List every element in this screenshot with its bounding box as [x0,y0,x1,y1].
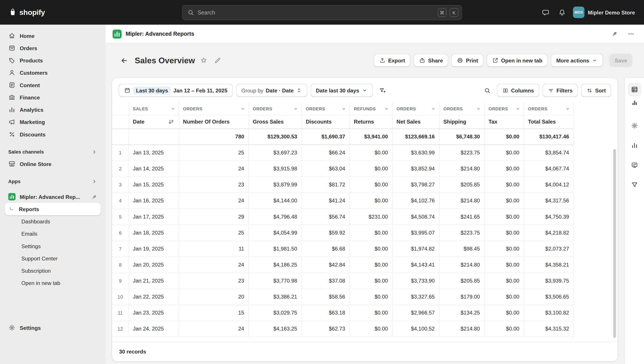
table-row[interactable]: 4Jan 16, 202524$4,144.00$41.24$0.00$4,10… [112,192,618,208]
value-cell: $214.80 [439,192,484,208]
sidebar-item-products[interactable]: Products [5,54,101,66]
add-filter-icon[interactable] [376,84,389,97]
chevron-down-icon [515,106,520,111]
more-options-icon[interactable] [625,28,637,40]
value-cell: $3,879.99 [248,176,302,192]
table-row[interactable]: 9Jan 21, 202523$3,770.98$37.08$0.00$3,73… [112,273,618,289]
date-range-button[interactable]: Last 30 days Jan 12 – Feb 11, 2025 [119,84,233,97]
column-group-orders[interactable]: ORDERS [392,103,439,115]
value-cell: $3,697.23 [248,144,302,160]
sidebar-item-open-in-new-tab[interactable]: Open in new tab [5,277,101,289]
column-header-net-sales[interactable]: Net Sales [392,115,439,128]
value-cell: 24 [179,257,248,273]
export-button[interactable]: Export [374,54,410,67]
bar-chart-icon[interactable] [628,139,641,152]
filler-cell [574,241,618,257]
column-header-number-of-orders[interactable]: Number Of Orders [179,115,248,128]
table-row[interactable]: 1Jan 13, 202525$3,697.23$66.24$0.00$3,63… [112,144,618,160]
table-row[interactable]: 10Jan 22, 202520$3,386.21$58.56$0.00$3,3… [112,289,618,305]
vertical-scrollbar[interactable] [613,149,616,338]
report-workspace: Sales Overview Export Share Print [106,44,644,364]
table-search-icon[interactable] [480,84,494,97]
sidebar-item-finance[interactable]: Finance [5,91,101,103]
store-menu[interactable]: MDS Mipler Demo Store [571,5,638,19]
presentation-icon[interactable] [628,158,641,172]
table-row[interactable]: 2Jan 14, 202524$3,915.98$63.04$0.00$3,85… [112,160,618,176]
column-group-refunds[interactable]: REFUNDS [350,103,392,115]
sidebar-item-support-center[interactable]: Support Center [5,252,101,264]
column-group-sales[interactable]: SALES [128,103,179,115]
column-header-total-sales[interactable]: Total Sales [524,115,574,128]
value-cell: $42.84 [302,257,350,273]
pin-icon[interactable] [609,28,620,40]
column-header-date[interactable]: Date [128,115,179,128]
sidebar-item-dashboards[interactable]: Dashboards [5,215,101,228]
column-group-orders[interactable]: ORDERS [524,103,574,115]
sidebar-item-app-settings[interactable]: Settings [5,240,101,252]
sidebar-item-customers[interactable]: Customers [5,66,101,79]
column-header-gross-sales[interactable]: Gross Sales [248,115,302,128]
back-arrow-icon[interactable] [118,54,130,66]
value-cell: $0.00 [484,176,524,192]
table-row[interactable]: 8Jan 20, 202524$4,186.25$42.84$0.00$4,14… [112,257,618,273]
app-bar: Mipler: Advanced Reports [106,25,644,44]
sidebar-item-emails[interactable]: Emails [5,228,101,240]
columns-button[interactable]: Columns [497,84,539,97]
chart-view-icon[interactable] [628,96,641,109]
sidebar-item-discounts[interactable]: Discounts [5,128,101,140]
table-row[interactable]: 11Jan 23, 202515$3,029.75$63.18$0.00$2,9… [112,305,618,321]
share-button[interactable]: Share [414,54,448,67]
sales-channels-header[interactable]: Sales channels [5,146,101,158]
column-group-orders[interactable]: ORDERS [179,103,248,115]
table-row[interactable]: 6Jan 18, 202525$4,054.99$59.92$0.00$3,99… [112,225,618,241]
sidebar-item-online-store[interactable]: Online Store [5,158,101,170]
column-group-orders[interactable]: ORDERS [439,103,484,115]
column-header-discounts[interactable]: Discounts [302,115,350,128]
sidebar-item-analytics[interactable]: Analytics [5,104,101,116]
sidebar-item-marketing[interactable]: Marketing [5,116,101,128]
sort-button[interactable]: Sort [581,84,611,97]
settings-icon[interactable] [628,119,641,132]
table-view-icon[interactable] [628,83,641,96]
column-group-orders[interactable]: ORDERS [248,103,302,115]
sidebar-item-reports[interactable]: Reports [5,203,101,215]
column-group-orders[interactable]: ORDERS [484,103,524,115]
group-by-select[interactable]: Group by Date · Date [236,84,307,97]
value-cell: $0.00 [484,273,524,289]
date-filter-pill[interactable]: Date last 30 days [310,84,373,97]
chat-icon[interactable] [538,5,552,19]
open-in-new-tab-button[interactable]: Open in new tab [487,54,548,67]
sidebar-item-orders[interactable]: Orders [5,42,101,54]
print-button[interactable]: Print [452,54,484,67]
column-header-shipping[interactable]: Shipping [439,115,484,128]
side-panel [624,78,644,364]
sidebar-item-content[interactable]: Content [5,79,101,91]
sidebar-item-mipler-app[interactable]: Mipler: Advanced Rep... [5,190,101,203]
sidebar-item-settings[interactable]: Settings [5,322,101,334]
table-row[interactable]: 12Jan 24, 202524$4,163.25$62.73$0.00$4,1… [112,321,618,336]
favorite-star-icon[interactable] [198,55,209,66]
chevron-right-icon [92,179,97,184]
edit-pencil-icon[interactable] [212,55,223,66]
notifications-bell-icon[interactable] [555,5,569,19]
sidebar-item-subscription[interactable]: Subscription [5,264,101,277]
row-number-cell [112,128,128,144]
column-header-returns[interactable]: Returns [350,115,392,128]
pin-icon[interactable] [91,194,97,200]
filters-button[interactable]: Filters [542,84,578,97]
sidebar-item-home[interactable]: Home [5,30,101,42]
column-group-orders[interactable]: ORDERS [302,103,350,115]
chevron-down-icon [240,106,245,111]
apps-header[interactable]: Apps [5,176,101,188]
funnel-icon[interactable] [628,178,641,192]
column-header-tax[interactable]: Tax [484,115,524,128]
more-actions-button[interactable]: More actions [551,54,603,67]
table-row[interactable]: 3Jan 15, 202523$3,879.99$81.72$0.00$3,79… [112,176,618,192]
chevron-down-icon [565,106,570,111]
shopify-logo[interactable]: shopify [8,0,45,25]
save-button[interactable]: Save [610,54,632,67]
table-row[interactable]: 7Jan 19, 202511$1,981.50$6.68$0.00$1,974… [112,241,618,257]
table-row[interactable]: 5Jan 17, 202529$4,796.48$56.74$231.00$4,… [112,209,618,225]
global-search-input[interactable]: Search ⌘ K [182,5,462,20]
date-cell: Jan 19, 2025 [128,241,179,257]
